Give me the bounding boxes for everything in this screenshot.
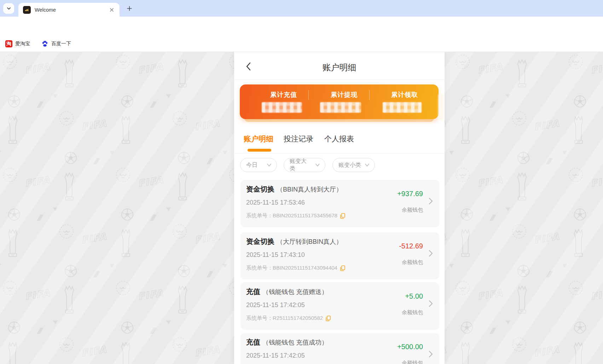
browser-tab[interactable]: Welcome — [18, 3, 120, 17]
next-card-peek — [438, 94, 443, 121]
stat-label-deposit: 累计充值 — [252, 90, 315, 99]
txn-type: 充值 — [246, 287, 260, 297]
chevron-right-icon — [429, 351, 433, 358]
txn-detail: （钱能钱包 充值成功） — [262, 338, 328, 347]
chevron-down-icon — [267, 163, 272, 167]
bookmarks-bar: 淘 爱淘宝 百度一下 — [0, 36, 603, 52]
txn-order-no: 系统单号：BBIN202511151743094404 — [246, 265, 337, 271]
bookmark-label: 爱淘宝 — [15, 41, 30, 47]
active-tab-underline — [248, 149, 271, 152]
txn-wallet: 余额钱包 — [402, 309, 423, 316]
txn-wallet: 余额钱包 — [402, 207, 423, 213]
page-title: 账户明细 — [234, 62, 445, 73]
copy-icon[interactable] — [340, 265, 345, 271]
txn-time: 2025-11-15 17:53:46 — [246, 199, 305, 206]
txn-wallet: 余额钱包 — [402, 360, 423, 364]
txn-wallet: 余额钱包 — [402, 259, 423, 266]
panel-header: 账户明细 — [234, 52, 445, 80]
chevron-down-icon — [6, 6, 11, 11]
transaction-row[interactable]: 充值（钱能钱包 充值赠送） 2025-11-15 17:42:05 系统单号：R… — [240, 282, 439, 330]
txn-type: 资金切换 — [246, 184, 274, 194]
filter-major-category-dropdown[interactable]: 账变大类 — [284, 158, 325, 172]
baidu-paw-icon — [41, 40, 48, 47]
txn-amount: +5.00 — [405, 292, 423, 300]
header-divider — [234, 80, 445, 80]
taobao-icon: 淘 — [5, 40, 12, 47]
stat-separator — [369, 90, 370, 100]
transaction-row[interactable]: 资金切换（BBIN真人转到大厅） 2025-11-15 17:53:46 系统单… — [240, 180, 439, 227]
chevron-right-icon — [429, 300, 433, 307]
txn-time: 2025-11-15 17:42:05 — [246, 301, 305, 309]
bookmark-baidu[interactable]: 百度一下 — [41, 40, 71, 47]
txn-order-no: 系统单号：R2511151742050582 — [246, 315, 323, 322]
chevron-down-icon — [365, 163, 370, 167]
filter-minor-category-dropdown[interactable]: 账变小类 — [332, 158, 375, 172]
stat-label-withdraw: 累计提现 — [312, 90, 376, 99]
close-icon — [110, 8, 114, 12]
txn-amount: +500.00 — [397, 343, 423, 351]
tab-personal-report[interactable]: 个人报表 — [324, 134, 354, 144]
chevron-down-icon — [315, 163, 320, 167]
txn-order-no: 系统单号：BBIN202511151753455678 — [246, 212, 337, 219]
plus-icon — [127, 6, 132, 11]
tab-bet-records[interactable]: 投注记录 — [284, 134, 313, 144]
txn-amount: +937.69 — [397, 190, 423, 198]
masked-value-deposit — [262, 102, 302, 113]
browser-toolbar: 175616.cc/reports/index — [0, 17, 603, 36]
summary-stat-card[interactable]: 累计充值 累计提现 累计领取 — [240, 84, 439, 119]
transaction-row[interactable]: 资金切换（大厅转到BBIN真人） 2025-11-15 17:43:10 系统单… — [240, 232, 439, 280]
chevron-right-icon — [429, 250, 433, 257]
stat-label-claim: 累计领取 — [373, 90, 436, 99]
txn-amount: -512.69 — [399, 242, 423, 250]
txn-time: 2025-11-15 17:42:05 — [246, 352, 305, 359]
tabs-divider — [234, 153, 445, 153]
copy-icon[interactable] — [326, 316, 331, 321]
page-background: FIFA — [0, 52, 603, 364]
filter-date-dropdown[interactable]: 今日 — [240, 158, 277, 172]
bookmark-label: 百度一下 — [51, 41, 71, 47]
bookmark-aitaobao[interactable]: 淘 爱淘宝 — [5, 40, 30, 47]
tab-close-button[interactable] — [109, 7, 115, 13]
filter-label: 今日 — [246, 162, 257, 169]
filter-label: 账变小类 — [338, 162, 361, 169]
new-tab-button[interactable] — [124, 4, 134, 13]
txn-time: 2025-11-15 17:43:10 — [246, 251, 305, 259]
txn-type: 充值 — [246, 337, 260, 347]
txn-type: 资金切换 — [246, 237, 274, 246]
section-tabs: 账户明细 投注记录 个人报表 — [234, 129, 445, 153]
masked-value-claim — [383, 102, 422, 113]
txn-detail: （大厅转到BBIN真人） — [277, 237, 342, 246]
stat-separator — [308, 90, 309, 100]
filter-label: 账变大类 — [290, 158, 312, 172]
site-favicon-icon — [23, 6, 31, 14]
account-detail-panel: 账户明细 累计充值 累计提现 累计领取 账户明细 投注记录 个人报表 今日 — [234, 52, 445, 364]
tab-title: Welcome — [35, 7, 56, 13]
chevron-right-icon — [429, 198, 433, 205]
transaction-row[interactable]: 充值（钱能钱包 充值成功） 2025-11-15 17:42:05 +500.0… — [240, 333, 439, 364]
txn-detail: （BBIN真人转到大厅） — [277, 185, 342, 194]
masked-value-withdraw — [320, 102, 361, 113]
browser-tab-strip: Welcome — [0, 0, 603, 17]
txn-detail: （钱能钱包 充值赠送） — [262, 288, 328, 296]
tab-account-detail[interactable]: 账户明细 — [244, 134, 273, 144]
tab-search-button[interactable] — [3, 3, 14, 14]
copy-icon[interactable] — [340, 213, 345, 219]
